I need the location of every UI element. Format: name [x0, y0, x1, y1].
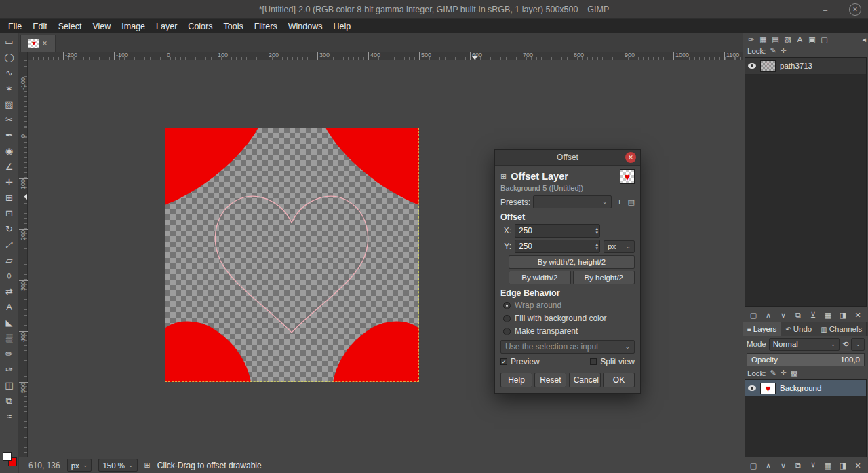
help-button[interactable]: Help	[500, 373, 532, 387]
bucket-fill-tool-icon[interactable]: ◣	[1, 315, 18, 330]
rectangle-select-tool-icon[interactable]: ▭	[1, 34, 18, 50]
paintbrush-tool-icon[interactable]: ✑	[1, 362, 18, 377]
palettes-dock-icon[interactable]: ▧	[782, 35, 793, 44]
x-offset-input[interactable]: 250 ▴▾	[515, 224, 600, 238]
select-by-color-tool-icon[interactable]: ▧	[1, 96, 18, 112]
fuzzy-select-tool-icon[interactable]: ✶	[1, 81, 18, 96]
scale-tool-icon[interactable]: ⤢	[1, 237, 18, 252]
horizontal-ruler[interactable]: -200-10001002003004005006007008009001000…	[28, 52, 743, 60]
zoom-select[interactable]: 150 %⌄	[98, 459, 137, 472]
clone-tool-icon[interactable]: ⧉	[1, 393, 18, 409]
menu-item[interactable]: Colors	[182, 20, 218, 33]
split-view-checkbox[interactable]: Split view	[590, 357, 635, 366]
shear-tool-icon[interactable]: ▱	[1, 252, 18, 268]
preview-checkbox[interactable]: ✓ Preview	[500, 357, 540, 366]
mode-group-select[interactable]: ⌄	[851, 338, 865, 351]
paths-tool-icon[interactable]: ✒	[1, 128, 18, 143]
close-button[interactable]: ✕	[849, 3, 861, 16]
duplicate-item-icon[interactable]: ⧉	[792, 459, 804, 472]
menu-item[interactable]: Help	[328, 20, 356, 33]
perspective-tool-icon[interactable]: ◊	[1, 268, 18, 284]
gradient-tool-icon[interactable]: ▒	[1, 330, 18, 346]
free-select-tool-icon[interactable]: ∿	[1, 65, 18, 81]
mask-item-icon[interactable]: ◨	[837, 309, 849, 321]
tab-close-icon[interactable]: ✕	[42, 40, 47, 47]
dialog-titlebar[interactable]: Offset ✕	[495, 150, 640, 166]
lower-item-icon[interactable]: ∨	[777, 309, 789, 321]
menu-item[interactable]: Edit	[27, 20, 53, 33]
raise-item-icon[interactable]: ∧	[762, 309, 774, 321]
path-row[interactable]: ♡ path3713	[745, 58, 866, 75]
menu-item[interactable]: Layer	[151, 20, 182, 33]
mask-item-icon[interactable]: ◨	[837, 459, 849, 472]
selection-input-select[interactable]: Use the selection as input⌄	[500, 340, 635, 354]
fonts-dock-icon[interactable]: A	[794, 35, 806, 44]
menu-item[interactable]: Image	[116, 20, 151, 33]
vertical-ruler[interactable]: -1000100200300400500	[19, 60, 28, 457]
lower-item-icon[interactable]: ∨	[777, 459, 789, 472]
move-tool-icon[interactable]: ✛	[1, 174, 18, 190]
menu-item[interactable]: View	[87, 20, 116, 33]
crop-tool-icon[interactable]: ⊡	[1, 206, 18, 221]
opacity-slider[interactable]: Opacity 100,0	[747, 353, 865, 366]
new-item-icon[interactable]: ▢	[747, 309, 760, 321]
radio-fill-background[interactable]: Fill with background color	[500, 313, 635, 324]
ellipse-select-tool-icon[interactable]: ◯	[1, 50, 18, 65]
spinner-arrows-icon[interactable]: ▴▾	[595, 242, 598, 250]
raise-item-icon[interactable]: ∧	[762, 459, 774, 472]
color-picker-tool-icon[interactable]: ◉	[1, 143, 18, 159]
menu-item[interactable]: Windows	[283, 20, 328, 33]
visibility-eye-icon[interactable]	[748, 63, 756, 69]
mode-switch-icon[interactable]: ⟲	[842, 340, 848, 349]
tab-menu-icon[interactable]: ◂	[862, 35, 866, 44]
smudge-tool-icon[interactable]: ≈	[1, 409, 18, 424]
by-width-height-button[interactable]: By width/2, height/2	[509, 255, 635, 269]
anchor-item-icon[interactable]: ⊻	[807, 459, 819, 472]
lock-pixels-icon[interactable]: ✎	[770, 368, 776, 377]
delete-item-icon[interactable]: ✕	[852, 309, 864, 321]
presets-select[interactable]: ⌄	[533, 195, 612, 208]
patterns-dock-icon[interactable]: ▦	[757, 35, 769, 44]
anchor-item-icon[interactable]: ⊻	[807, 309, 819, 321]
layer-row-background[interactable]: ♥ Background	[745, 380, 866, 397]
add-preset-button[interactable]: +	[614, 197, 625, 208]
radio-make-transparent[interactable]: Make transparent	[500, 326, 635, 337]
text-tool-icon[interactable]: A	[1, 299, 18, 315]
delete-item-icon[interactable]: ✕	[852, 459, 864, 472]
menu-item[interactable]: Filters	[249, 20, 283, 33]
canvas[interactable]	[165, 128, 419, 382]
reset-button[interactable]: Reset	[534, 373, 566, 387]
brushes-dock-icon[interactable]: ✑	[745, 35, 757, 44]
menu-item[interactable]: File	[3, 20, 27, 33]
rotate-tool-icon[interactable]: ↻	[1, 221, 18, 237]
ruler-corner[interactable]	[19, 52, 28, 60]
new-item-icon[interactable]: ▢	[747, 459, 760, 472]
lock-alpha-icon[interactable]: ▩	[791, 368, 797, 377]
color-swatches[interactable]	[3, 452, 17, 466]
tab-undo[interactable]: ↶ Undo	[781, 322, 816, 336]
image-tab[interactable]: ♥ ✕	[20, 35, 56, 52]
unit-select[interactable]: px⌄	[604, 240, 635, 253]
merge-item-icon[interactable]: ▦	[822, 459, 834, 472]
lock-position-icon[interactable]: ✛	[781, 368, 787, 377]
tab-channels[interactable]: ▥ Channels	[816, 322, 867, 336]
gradients-dock-icon[interactable]: ▤	[770, 35, 781, 44]
flip-tool-icon[interactable]: ⇄	[1, 284, 18, 299]
spinner-arrows-icon[interactable]: ▴▾	[595, 227, 598, 235]
buffers-dock-icon[interactable]: ▣	[806, 35, 818, 44]
duplicate-item-icon[interactable]: ⧉	[792, 309, 804, 321]
menu-item[interactable]: Tools	[218, 20, 248, 33]
visibility-eye-icon[interactable]	[748, 385, 756, 391]
ok-button[interactable]: OK	[603, 373, 635, 387]
by-height-button[interactable]: By height/2	[573, 271, 635, 284]
align-tool-icon[interactable]: ⊞	[1, 190, 18, 206]
merge-item-icon[interactable]: ▦	[822, 309, 834, 321]
menu-item[interactable]: Select	[53, 20, 87, 33]
by-width-button[interactable]: By width/2	[509, 271, 571, 284]
dialog-close-button[interactable]: ✕	[625, 152, 636, 163]
eraser-tool-icon[interactable]: ◫	[1, 377, 18, 393]
radio-wrap-around[interactable]: Wrap around	[500, 300, 635, 311]
measure-tool-icon[interactable]: ∠	[1, 159, 18, 174]
foreground-color-swatch[interactable]	[3, 452, 12, 461]
pencil-tool-icon[interactable]: ✏	[1, 346, 18, 362]
